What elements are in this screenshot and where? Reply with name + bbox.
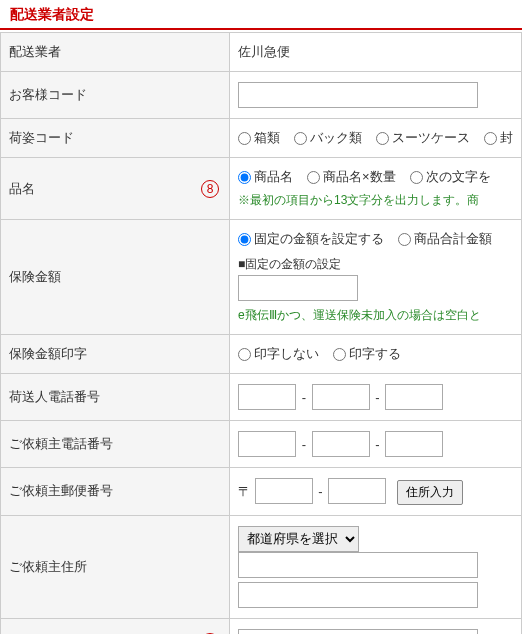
client-addr-line2[interactable] — [238, 582, 478, 608]
client-zip-cell: 〒 - 住所入力 — [230, 468, 522, 516]
client-addr-line1[interactable] — [238, 552, 478, 578]
insurance-options: 固定の金額を設定する 商品合計金額 — [238, 230, 513, 248]
customer-code-input[interactable] — [238, 82, 478, 108]
label-client-name: ご依頼主氏名 10 — [1, 618, 230, 634]
label-shipper-phone: 荷送人電話番号 — [1, 374, 230, 421]
label-insurance-print: 保険金額印字 — [1, 335, 230, 374]
client-name-input[interactable] — [238, 629, 478, 635]
label-client-addr: ご依頼主住所 — [1, 515, 230, 618]
insprint-opt-0[interactable]: 印字しない — [238, 345, 319, 363]
value-carrier: 佐川急便 — [230, 33, 522, 72]
section-title: 配送業者設定 — [0, 0, 522, 30]
shipper-phone-cell: - - — [230, 374, 522, 421]
client-phone-3[interactable] — [385, 431, 443, 457]
label-insurance: 保険金額 — [1, 220, 230, 335]
product-name-note: ※最初の項目から13文字分を出力します。商 — [238, 192, 513, 209]
label-package-code: 荷姿コード — [1, 119, 230, 158]
insurance-note: e飛伝Ⅲかつ、運送保険未加入の場合は空白と — [238, 307, 513, 324]
package-opt-1[interactable]: バック類 — [294, 129, 362, 147]
insurance-opt-1[interactable]: 商品合計金額 — [398, 230, 492, 248]
label-customer-code: お客様コード — [1, 72, 230, 119]
package-opt-0[interactable]: 箱類 — [238, 129, 280, 147]
label-product-name: 品名 8 — [1, 158, 230, 220]
label-client-phone: ご依頼主電話番号 — [1, 421, 230, 468]
insprint-opt-1[interactable]: 印字する — [333, 345, 401, 363]
client-zip-2[interactable] — [328, 478, 386, 504]
shipper-phone-2[interactable] — [312, 384, 370, 410]
settings-table: 配送業者 佐川急便 お客様コード 荷姿コード 箱類 バック類 スーツケース 封 … — [0, 32, 522, 634]
client-phone-cell: - - — [230, 421, 522, 468]
address-lookup-button[interactable]: 住所入力 — [397, 480, 463, 505]
insurance-amount-input[interactable] — [238, 275, 358, 301]
client-phone-2[interactable] — [312, 431, 370, 457]
insurance-print-options: 印字しない 印字する — [238, 345, 513, 363]
shipper-phone-1[interactable] — [238, 384, 296, 410]
client-phone-1[interactable] — [238, 431, 296, 457]
insurance-opt-0[interactable]: 固定の金額を設定する — [238, 230, 384, 248]
label-carrier: 配送業者 — [1, 33, 230, 72]
product-opt-2[interactable]: 次の文字を — [410, 168, 491, 186]
package-opt-3[interactable]: 封 — [484, 129, 513, 147]
shipper-phone-3[interactable] — [385, 384, 443, 410]
badge-8: 8 — [201, 180, 219, 198]
package-code-options: 箱類 バック類 スーツケース 封 — [238, 129, 513, 147]
product-opt-0[interactable]: 商品名 — [238, 168, 293, 186]
product-opt-1[interactable]: 商品名×数量 — [307, 168, 396, 186]
product-name-options: 商品名 商品名×数量 次の文字を — [238, 168, 513, 186]
client-zip-1[interactable] — [255, 478, 313, 504]
label-client-zip: ご依頼主郵便番号 — [1, 468, 230, 516]
zip-prefix: 〒 — [238, 484, 251, 499]
prefecture-select[interactable]: 都道府県を選択 — [238, 526, 359, 552]
package-opt-2[interactable]: スーツケース — [376, 129, 470, 147]
insurance-sub-label: ■固定の金額の設定 — [238, 256, 513, 273]
